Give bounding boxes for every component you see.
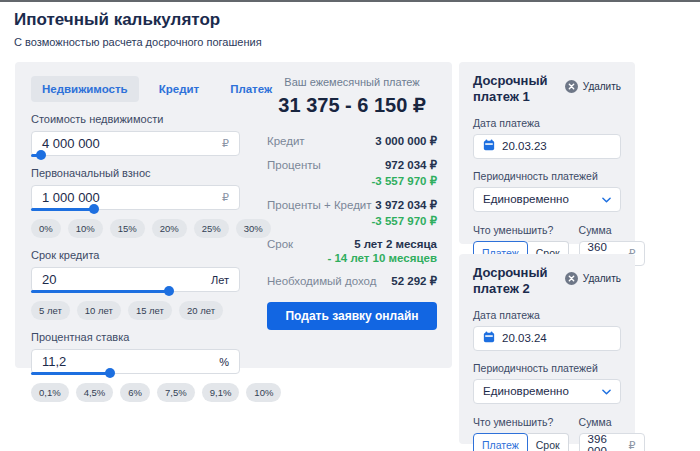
cross-circle-icon xyxy=(565,80,578,93)
periodicity-value: Единовременно xyxy=(483,193,569,205)
preset-pill[interactable]: 10% xyxy=(246,383,281,402)
property-cost-label: Стоимость недвижимости xyxy=(31,113,240,125)
row-value: 3 972 034 ₽ xyxy=(375,198,437,212)
loan-term-slider[interactable] xyxy=(31,289,240,293)
calendar-icon xyxy=(483,139,495,153)
date-label: Дата платежа xyxy=(473,117,621,129)
reduce-payment-button[interactable]: Платеж xyxy=(473,433,528,451)
delete-button[interactable]: Удалить xyxy=(565,272,621,285)
row-label: Проценты xyxy=(267,159,321,171)
page-title: Ипотечный калькулятор xyxy=(14,10,700,30)
apply-online-button[interactable]: Подать заявку онлайн xyxy=(267,302,437,330)
preset-pill[interactable]: 7,5% xyxy=(157,383,195,402)
payment-date-input[interactable]: 20.03.24 xyxy=(473,326,621,351)
panel-header: Досрочный платеж 2 Удалить xyxy=(473,265,621,298)
panel-header: Досрочный платеж 1 Удалить xyxy=(473,73,621,106)
calendar-icon xyxy=(483,331,495,345)
row-label: Кредит xyxy=(267,135,305,147)
amount-value: 396 000 xyxy=(588,433,629,451)
summary-row-interest: Проценты 972 034 ₽ xyxy=(267,158,437,172)
interest-rate-presets: 0,1% 4,5% 6% 7,5% 9,1% 10% xyxy=(31,383,240,402)
field-property-cost: Стоимость недвижимости 4 000 000 ₽ xyxy=(31,113,240,156)
date-label: Дата платежа xyxy=(473,309,621,321)
loan-term-presets: 5 лет 10 лет 15 лет 20 лет xyxy=(31,301,240,320)
delete-label: Удалить xyxy=(583,273,621,284)
slider-handle[interactable] xyxy=(36,150,46,160)
preset-pill[interactable]: 20% xyxy=(152,219,187,238)
summary-column: Ваш ежемесячный платеж 31 375 - 6 150 ₽ … xyxy=(267,74,437,356)
preset-pill[interactable]: 10 лет xyxy=(77,301,121,320)
down-payment-value: 1 000 000 xyxy=(42,190,222,205)
preset-pill[interactable]: 6% xyxy=(120,383,150,402)
chevron-down-icon xyxy=(602,193,611,205)
page-header: Ипотечный калькулятор С возможностью рас… xyxy=(0,2,700,48)
property-cost-value: 4 000 000 xyxy=(42,136,222,151)
preset-pill[interactable]: 25% xyxy=(194,219,229,238)
reduce-and-amount-row: Что уменьшить? Платеж Срок Сумма 396 000… xyxy=(473,405,621,451)
early-payments-column: Досрочный платеж 1 Удалить Дата платежа … xyxy=(459,62,635,444)
interest-rate-input[interactable]: 11,2 % xyxy=(31,349,240,374)
amount-input[interactable]: 396 000 ₽ xyxy=(579,433,645,451)
row-label: Необходимый доход xyxy=(267,275,376,287)
property-cost-slider[interactable] xyxy=(31,153,240,157)
row-delta: -3 557 970 ₽ xyxy=(267,214,437,228)
ruble-suffix: ₽ xyxy=(222,191,229,204)
interest-rate-label: Процентная ставка xyxy=(31,331,240,343)
tab-real-estate[interactable]: Недвижимость xyxy=(31,76,139,102)
reduce-group: Что уменьшить? Платеж Срок xyxy=(473,405,569,451)
tab-credit[interactable]: Кредит xyxy=(148,76,210,102)
slider-handle[interactable] xyxy=(164,286,174,296)
field-loan-term: Срок кредита 20 Лет 5 лет 10 лет 15 лет … xyxy=(31,249,240,320)
down-payment-slider[interactable] xyxy=(31,207,240,211)
field-interest-rate: Процентная ставка 11,2 % 0,1% 4,5% 6% 7,… xyxy=(31,331,240,402)
preset-pill[interactable]: 0% xyxy=(31,219,61,238)
preset-pill[interactable]: 0,1% xyxy=(31,383,69,402)
calculator-layout: Недвижимость Кредит Платеж Стоимость нед… xyxy=(15,62,700,444)
row-value: 972 034 ₽ xyxy=(385,158,437,172)
delete-label: Удалить xyxy=(583,81,621,92)
payment-date-input[interactable]: 20.03.23 xyxy=(473,134,621,159)
interest-rate-value: 11,2 xyxy=(42,354,219,369)
ruble-suffix: ₽ xyxy=(629,439,636,451)
early-payment-panel-2: Досрочный платеж 2 Удалить Дата платежа … xyxy=(459,254,635,444)
form-column: Недвижимость Кредит Платеж Стоимость нед… xyxy=(31,74,240,356)
reduce-term-button[interactable]: Срок xyxy=(528,433,569,451)
page-subtitle: С возможностью расчета досрочного погаше… xyxy=(14,36,700,48)
down-payment-presets: 0% 10% 15% 20% 25% 30% xyxy=(31,219,240,238)
loan-term-input[interactable]: 20 Лет xyxy=(31,267,240,292)
preset-pill[interactable]: 15 лет xyxy=(128,301,172,320)
loan-term-value: 20 xyxy=(42,272,211,287)
property-cost-input[interactable]: 4 000 000 ₽ xyxy=(31,131,240,156)
preset-pill[interactable]: 15% xyxy=(110,219,145,238)
monthly-payment-block: Ваш ежемесячный платеж 31 375 - 6 150 ₽ xyxy=(267,76,437,117)
preset-pill[interactable]: 30% xyxy=(236,219,271,238)
summary-rows: Кредит 3 000 000 ₽ Проценты 972 034 ₽ -3… xyxy=(267,134,437,288)
periodicity-select[interactable]: Единовременно xyxy=(473,379,621,404)
preset-pill[interactable]: 5 лет xyxy=(31,301,70,320)
summary-row-term: Срок 5 лет 2 месяца xyxy=(267,238,437,250)
preset-pill[interactable]: 10% xyxy=(68,219,103,238)
early-payment-panel-1: Досрочный платеж 1 Удалить Дата платежа … xyxy=(459,62,635,244)
calculator-panel: Недвижимость Кредит Платеж Стоимость нед… xyxy=(15,62,452,368)
slider-handle[interactable] xyxy=(105,368,115,378)
ruble-suffix: ₽ xyxy=(222,137,229,150)
down-payment-input[interactable]: 1 000 000 ₽ xyxy=(31,185,240,210)
periodicity-value: Единовременно xyxy=(483,385,569,397)
monthly-payment-value: 31 375 - 6 150 ₽ xyxy=(267,93,437,117)
delete-button[interactable]: Удалить xyxy=(565,80,621,93)
preset-pill[interactable]: 9,1% xyxy=(202,383,240,402)
periodicity-select[interactable]: Единовременно xyxy=(473,187,621,212)
loan-term-label: Срок кредита xyxy=(31,249,240,261)
reduce-toggle: Платеж Срок xyxy=(473,433,569,451)
row-delta: - 14 лет 10 месяцев xyxy=(267,252,437,264)
row-label: Срок xyxy=(267,238,293,250)
summary-row-interest-plus-credit: Проценты + Кредит 3 972 034 ₽ xyxy=(267,198,437,212)
interest-rate-slider[interactable] xyxy=(31,371,240,375)
row-label: Проценты + Кредит xyxy=(267,199,372,211)
reduce-label: Что уменьшить? xyxy=(473,416,569,428)
preset-pill[interactable]: 4,5% xyxy=(76,383,114,402)
slider-handle[interactable] xyxy=(89,204,99,214)
chevron-down-icon xyxy=(602,385,611,397)
cross-circle-icon xyxy=(565,272,578,285)
preset-pill[interactable]: 20 лет xyxy=(179,301,223,320)
